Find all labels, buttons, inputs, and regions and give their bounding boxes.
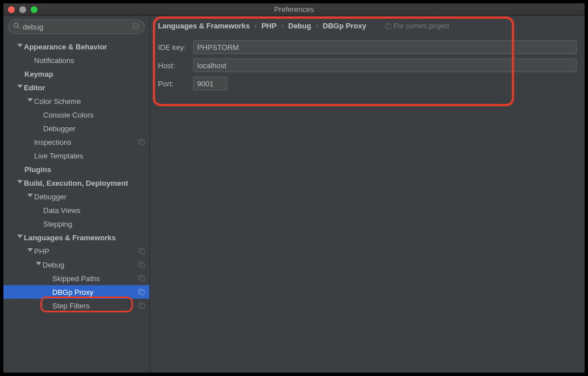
search-input[interactable] [23, 23, 132, 31]
svg-rect-4 [140, 140, 144, 145]
tree-item-console-colors[interactable]: Console Colors [3, 108, 149, 122]
window-title: Preferences [3, 5, 585, 14]
breadcrumb-current: DBGp Proxy [323, 22, 366, 30]
breadcrumb-item[interactable]: PHP [261, 22, 277, 30]
tree-item-php-debug[interactable]: Debug [3, 258, 149, 271]
tree-item-dbgp-proxy[interactable]: DBGp Proxy [3, 285, 149, 299]
svg-line-1 [18, 27, 19, 28]
breadcrumb-item[interactable]: Debug [288, 22, 311, 30]
port-label: Port: [158, 80, 193, 88]
tree-item-data-views[interactable]: Data Views [3, 203, 149, 217]
tree-item-live-templates[interactable]: Live Templates [3, 149, 149, 162]
chevron-right-icon: › [281, 22, 283, 30]
tree-item-debugger-color[interactable]: Debugger [3, 122, 149, 135]
chevron-right-icon: › [316, 22, 318, 30]
search-icon [13, 22, 20, 31]
tree-item-plugins[interactable]: Plugins [3, 162, 149, 176]
content-pane: Languages & Frameworks › PHP › Debug › D… [150, 16, 585, 373]
tree-item-langs[interactable]: Languages & Frameworks [3, 231, 149, 244]
settings-form: IDE key: Host: Port: [150, 35, 585, 96]
tree-item-keymap[interactable]: Keymap [3, 67, 149, 81]
tree-item-inspections[interactable]: Inspections [3, 135, 149, 149]
ide-key-label: IDE key: [158, 43, 193, 52]
svg-point-0 [14, 23, 18, 27]
chevron-right-icon: › [255, 22, 257, 30]
port-input[interactable] [193, 77, 227, 90]
project-scope-icon [138, 275, 145, 282]
breadcrumb: Languages & Frameworks › PHP › Debug › D… [150, 16, 585, 35]
tree-item-build-debugger[interactable]: Debugger [3, 190, 149, 203]
project-scope-note: For current project [385, 22, 449, 30]
tree-item-step-filters[interactable]: Step Filters [3, 299, 149, 312]
project-scope-icon [385, 23, 391, 30]
svg-rect-10 [140, 277, 144, 281]
project-scope-icon [138, 248, 145, 254]
project-scope-icon [138, 289, 145, 295]
tree-item-build[interactable]: Build, Execution, Deployment [3, 176, 149, 190]
breadcrumb-item[interactable]: Languages & Frameworks [158, 22, 250, 30]
tree-item-skipped-paths[interactable]: Skipped Paths [3, 271, 149, 285]
project-scope-icon [138, 139, 145, 145]
svg-rect-14 [140, 304, 144, 308]
tree-item-php[interactable]: PHP [3, 244, 149, 258]
svg-rect-8 [140, 263, 144, 268]
host-label: Host: [158, 61, 193, 70]
project-scope-icon [138, 261, 145, 268]
tree-item-stepping[interactable]: Stepping [3, 217, 149, 231]
tree-item-color-scheme[interactable]: Color Scheme [3, 94, 149, 108]
project-scope-icon [138, 302, 145, 309]
tree-item-editor[interactable]: Editor [3, 81, 149, 94]
tree-item-notifications[interactable]: Notifications [3, 53, 149, 67]
svg-rect-16 [387, 24, 391, 29]
host-input[interactable] [193, 59, 577, 72]
settings-tree[interactable]: Appearance & Behavior Notifications Keym… [3, 39, 149, 373]
titlebar: Preferences [3, 3, 585, 16]
svg-rect-12 [140, 290, 144, 295]
search-input-wrapper[interactable] [8, 19, 145, 34]
sidebar: Appearance & Behavior Notifications Keym… [3, 16, 150, 373]
ide-key-input[interactable] [193, 40, 577, 54]
clear-icon[interactable] [132, 22, 140, 32]
svg-rect-6 [140, 249, 144, 254]
tree-item-appearance[interactable]: Appearance & Behavior [3, 40, 149, 53]
